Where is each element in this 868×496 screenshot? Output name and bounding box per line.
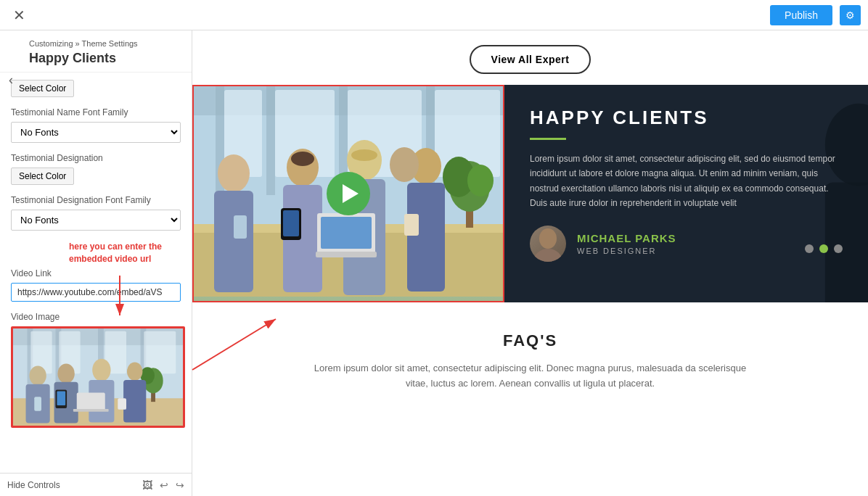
back-button[interactable]: ‹ [0, 67, 22, 94]
svg-rect-49 [214, 191, 253, 292]
faq-section: FAQ'S Lorem ipsum dolor sit amet, consec… [192, 302, 868, 413]
sidebar-scroll[interactable]: ‹ Customizing » Theme Settings Happy Cli… [0, 30, 192, 473]
svg-rect-13 [144, 331, 176, 373]
testimonial-designation-label: Testimonial Designation [11, 153, 181, 163]
testimonial-designation-font-select[interactable]: No Fonts [11, 210, 181, 231]
breadcrumb-separator: » [75, 39, 80, 48]
svg-rect-63 [234, 215, 247, 239]
svg-rect-64 [404, 214, 419, 236]
svg-rect-62 [283, 210, 299, 236]
clients-description: Lorem ipsum dolor sit amet, consectetur … [530, 152, 843, 211]
svg-point-22 [92, 358, 110, 381]
view-all-expert-button[interactable]: View All Expert [470, 45, 591, 74]
main-content: View All Expert [192, 30, 868, 496]
redo-icon[interactable]: ↪ [176, 479, 184, 491]
breadcrumb: Customizing » Theme Settings [29, 39, 181, 48]
bottom-icons: 🖼 ↩ ↪ [142, 479, 184, 491]
person-avatar [530, 226, 566, 262]
person-details: MICHAEL PARKS Web Designer [577, 232, 676, 255]
svg-point-72 [533, 249, 562, 262]
gear-button[interactable]: ⚙ [840, 5, 861, 25]
breadcrumb-part1: Customizing [29, 39, 73, 48]
testimonial-name-font-select[interactable]: No Fonts [11, 122, 181, 143]
sidebar-content: Select Color Testimonial Name Font Famil… [0, 73, 192, 445]
svg-point-51 [291, 152, 314, 166]
svg-point-18 [29, 365, 46, 385]
undo-icon[interactable]: ↩ [160, 479, 168, 491]
svg-rect-27 [73, 408, 109, 411]
video-link-input[interactable] [11, 283, 181, 302]
svg-rect-25 [123, 379, 146, 422]
video-image-label: Video Image [11, 312, 181, 322]
close-button[interactable]: ✕ [7, 4, 31, 27]
carousel-dots [805, 244, 843, 253]
clients-info: HAPPY CLIENTS Lorem ipsum dolor sit amet… [504, 85, 868, 302]
faq-description: Lorem ipsum dolor sit amet, consectetur … [313, 361, 748, 392]
dot-2[interactable] [819, 244, 828, 253]
section-video-link: Video Link [11, 268, 181, 302]
top-bar: ✕ Publish ⚙ [0, 0, 868, 30]
section-testimonial-designation-font: Testimonial Designation Font Family No F… [11, 195, 181, 231]
svg-point-47 [467, 165, 494, 197]
svg-rect-35 [266, 86, 275, 195]
section-video-image: Video Image [11, 312, 181, 428]
person-role: Web Designer [577, 247, 676, 255]
dot-3[interactable] [834, 244, 843, 253]
main-layout: ‹ Customizing » Theme Settings Happy Cli… [0, 30, 868, 496]
sidebar-title: Happy Clients [29, 51, 181, 66]
svg-point-65 [390, 147, 419, 182]
clients-info-content: HAPPY CLIENTS Lorem ipsum dolor sit amet… [530, 107, 843, 273]
section-select-color-top: Select Color [11, 80, 181, 97]
testimonial-designation-font-label: Testimonial Designation Font Family [11, 195, 181, 205]
svg-rect-29 [57, 391, 65, 405]
svg-rect-57 [407, 183, 445, 292]
publish-button[interactable]: Publish [770, 5, 832, 25]
video-area [192, 85, 504, 302]
svg-point-71 [539, 228, 557, 249]
view-all-section: View All Expert [192, 30, 868, 85]
svg-point-54 [351, 149, 377, 161]
happy-clients-section: HAPPY CLIENTS Lorem ipsum dolor sit amet… [192, 85, 868, 302]
svg-rect-60 [321, 217, 372, 249]
video-play-button[interactable] [327, 172, 370, 215]
breadcrumb-part2: Theme Settings [82, 39, 138, 48]
video-link-label: Video Link [11, 268, 181, 278]
annotation-text: here you can enter the embedded video ur… [69, 241, 181, 265]
play-triangle-icon [343, 184, 359, 203]
hide-controls-button[interactable]: Hide Controls [7, 480, 60, 490]
video-thumbnail[interactable] [11, 326, 185, 428]
sidebar: ‹ Customizing » Theme Settings Happy Cli… [0, 30, 192, 496]
testimonial-name-font-label: Testimonial Name Font Family [11, 107, 181, 117]
person-name: MICHAEL PARKS [577, 232, 676, 244]
svg-rect-30 [118, 398, 126, 410]
testimonial-person: MICHAEL PARKS Web Designer [530, 226, 676, 262]
svg-rect-26 [77, 392, 105, 410]
sidebar-bottom: Hide Controls 🖼 ↩ ↪ [0, 473, 192, 496]
sidebar-header: ‹ Customizing » Theme Settings Happy Cli… [0, 30, 192, 73]
preview-area: View All Expert [192, 30, 868, 496]
faq-title: FAQ'S [207, 331, 853, 350]
office-background [194, 86, 503, 301]
section-testimonial-name-font: Testimonial Name Font Family No Fonts [11, 107, 181, 143]
image-icon[interactable]: 🖼 [142, 479, 152, 491]
select-color-designation-button[interactable]: Select Color [11, 168, 74, 185]
svg-rect-31 [34, 397, 41, 411]
svg-point-48 [218, 154, 250, 192]
happy-clients-title: HAPPY CLIENTS [530, 107, 843, 129]
testimonial-row: MICHAEL PARKS Web Designer [530, 226, 843, 273]
svg-point-24 [127, 362, 142, 380]
svg-rect-59 [316, 252, 377, 257]
svg-point-20 [57, 363, 74, 383]
dot-1[interactable] [805, 244, 814, 253]
clients-underline [530, 138, 566, 140]
section-testimonial-designation: Testimonial Designation Select Color [11, 153, 181, 185]
